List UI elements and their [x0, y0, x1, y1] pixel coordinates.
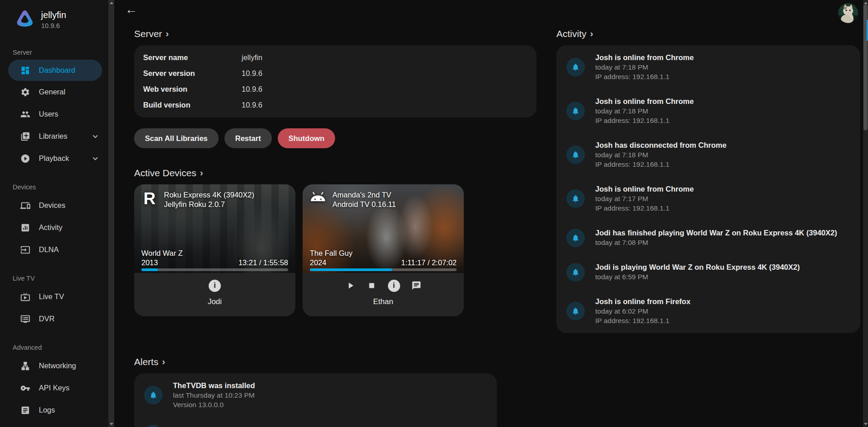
media-title: World War Z [141, 249, 183, 258]
scroll-up-icon[interactable] [110, 2, 113, 4]
bell-icon [566, 229, 585, 247]
live-tv-icon [20, 291, 31, 302]
activity-item: Josh has disconnected from Chrome today … [566, 133, 850, 177]
server-info-row: Server name jellyfin [143, 50, 527, 66]
media-year: 2024 [310, 258, 352, 267]
server-section-heading[interactable]: Server › [134, 28, 537, 40]
activity-item: Josh is online from Chrome today at 7:17… [566, 177, 850, 221]
device-user: Jodi [134, 297, 295, 306]
app-version: 10.9.6 [41, 22, 66, 29]
activity-item-ip: IP address: 192.168.1.1 [595, 316, 691, 325]
activity-item-title: Josh is online from Chrome [595, 97, 694, 106]
app-title: jellyfin [41, 10, 66, 20]
playback-time: 1:11:17 / 2:07:02 [401, 258, 457, 267]
activity-item: Jodi is playing World War Z on Roku Expr… [566, 255, 850, 289]
libraries-icon [20, 131, 31, 142]
chevron-down-icon [90, 131, 100, 141]
brand: jellyfin 10.9.6 [0, 0, 108, 30]
sidebar-scrollbar[interactable] [108, 0, 114, 427]
sidebar-item-label: Dashboard [39, 66, 75, 75]
scroll-down-icon[interactable] [864, 423, 868, 425]
bell-icon [144, 386, 163, 404]
active-device-card: Amanda's 2nd TV Android TV 0.16.11 The F… [303, 184, 464, 316]
activity-item-ip: IP address: 192.168.1.1 [595, 72, 694, 81]
message-icon[interactable] [411, 281, 421, 291]
sidebar-item-logs[interactable]: Logs [0, 399, 108, 421]
back-arrow-icon[interactable]: ← [125, 4, 137, 16]
now-playing-backdrop: Amanda's 2nd TV Android TV 0.16.11 The F… [303, 184, 464, 273]
alert-title: TheTVDB was installed [173, 381, 255, 390]
play-icon[interactable] [345, 281, 355, 291]
alert-item: TheTVDB was installed last Thursday at 1… [144, 373, 487, 417]
sidebar-item-playback[interactable]: Playback [0, 147, 108, 169]
active-device-card: R Roku Express 4K (3940X2) Jellyfin Roku… [134, 184, 295, 316]
logs-icon [20, 405, 31, 416]
shutdown-button[interactable]: Shutdown [278, 128, 336, 148]
media-title: The Fall Guy [310, 249, 352, 258]
alert-time: last Thursday at 10:23 PM [173, 390, 255, 400]
info-icon[interactable]: i [388, 280, 400, 292]
bell-icon [566, 263, 585, 282]
info-label: Server version [143, 69, 242, 78]
active-devices-title: Active Devices [134, 168, 196, 178]
dlna-icon [20, 244, 31, 255]
sidebar-item-libraries[interactable]: Libraries [0, 125, 108, 147]
sidebar-item-label: Libraries [39, 132, 67, 141]
app-window: jellyfin 10.9.6 Server Dashboard General… [0, 0, 868, 427]
alerts-card: TheTVDB was installed last Thursday at 1… [134, 373, 497, 427]
activity-item-ip: IP address: 192.168.1.1 [595, 203, 694, 213]
sidebar-item-dvr[interactable]: DVR [0, 308, 108, 330]
gear-icon [20, 87, 31, 98]
sidebar-item-dashboard[interactable]: Dashboard [8, 60, 102, 81]
alerts-heading[interactable]: Alerts › [134, 356, 537, 368]
sidebar-item-general[interactable]: General [0, 81, 108, 103]
alert-item: AniDB was installed [144, 417, 487, 427]
activity-item: Jodi has finished playing World War Z on… [566, 221, 850, 255]
sidebar-item-dlna[interactable]: DLNA [0, 239, 108, 261]
server-info-card: Server name jellyfin Server version 10.9… [134, 45, 537, 117]
activity-item-title: Josh is online from Chrome [595, 184, 694, 194]
user-avatar[interactable] [838, 3, 858, 23]
sidebar-item-label: Networking [39, 361, 76, 370]
sidebar-item-live-tv[interactable]: Live TV [0, 286, 108, 308]
sidebar-item-api-keys[interactable]: API Keys [0, 377, 108, 399]
dvr-icon [20, 314, 31, 324]
stop-icon[interactable] [367, 281, 377, 291]
active-devices-heading[interactable]: Active Devices › [134, 167, 537, 179]
devices-icon [20, 200, 31, 211]
activity-title: Activity [556, 28, 587, 39]
scan-all-libraries-button[interactable]: Scan All Libraries [134, 128, 219, 148]
sidebar-item-activity[interactable]: Activity [0, 216, 108, 239]
activity-heading[interactable]: Activity › [556, 28, 860, 40]
sidebar-item-devices[interactable]: Devices [0, 194, 108, 216]
sidebar-item-networking[interactable]: Networking [0, 355, 108, 377]
bell-icon [566, 102, 585, 120]
bell-icon [566, 145, 585, 164]
scroll-down-icon[interactable] [110, 423, 113, 425]
server-info-row: Web version 10.9.6 [143, 81, 527, 97]
sidebar-item-users[interactable]: Users [0, 103, 108, 125]
info-icon[interactable]: i [209, 280, 221, 292]
restart-button[interactable]: Restart [224, 128, 272, 148]
info-value: 10.9.6 [242, 101, 262, 109]
activity-item-time: today at 7:18 PM [595, 150, 727, 160]
device-name: Amanda's 2nd TV [332, 190, 396, 200]
chevron-right-icon: › [590, 28, 593, 39]
sidebar-item-label: Users [39, 110, 58, 118]
scroll-up-icon[interactable] [864, 2, 868, 4]
activity-item-time: today at 6:59 PM [595, 272, 800, 282]
activity-card: Josh is online from Chrome today at 7:18… [556, 45, 860, 333]
alerts-title: Alerts [134, 357, 159, 367]
device-client: Android TV 0.16.11 [332, 200, 396, 209]
info-label: Server name [143, 53, 242, 62]
bell-icon [566, 189, 585, 208]
sidebar-section-label: Devices [13, 183, 108, 191]
alert-detail: Version 13.0.0.0 [173, 400, 255, 409]
chevron-right-icon: › [166, 28, 169, 39]
chevron-down-icon [90, 154, 100, 164]
activity-item-title: Jodi is playing World War Z on Roku Expr… [595, 263, 800, 272]
chevron-right-icon: › [162, 357, 165, 367]
page-scrollbar[interactable] [863, 0, 868, 427]
activity-item-time: today at 7:18 PM [595, 62, 694, 72]
activity-item-ip: IP address: 192.168.1.1 [595, 160, 727, 169]
